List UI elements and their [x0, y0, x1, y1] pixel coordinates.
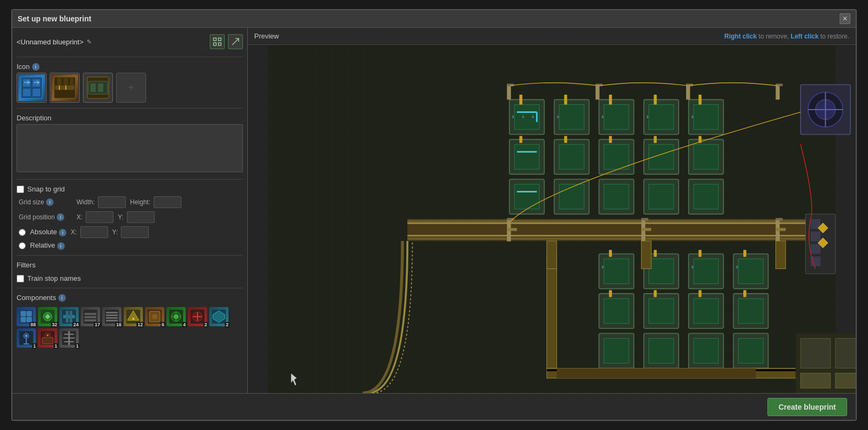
svg-rect-164: [811, 232, 821, 242]
svg-point-64: [47, 334, 49, 336]
svg-rect-148: [738, 339, 764, 364]
grid-height-input[interactable]: [154, 196, 181, 208]
grid-width-input[interactable]: [98, 196, 126, 208]
icon-section-label: Icon i: [17, 63, 243, 71]
svg-rect-100: [649, 184, 674, 209]
components-info[interactable]: i: [58, 294, 66, 302]
snap-to-grid-checkbox[interactable]: [17, 186, 24, 193]
toolbar-icons: [210, 34, 243, 49]
svg-rect-152: [743, 250, 747, 257]
component-6-count: 12: [136, 322, 144, 327]
svg-rect-7: [23, 89, 31, 96]
component-11[interactable]: 1: [17, 328, 36, 348]
left-click-text: Left click: [791, 33, 819, 40]
grid-size-info[interactable]: i: [46, 198, 54, 206]
absolute-info[interactable]: i: [59, 229, 66, 236]
svg-rect-149: [609, 250, 612, 257]
divider-2: [17, 108, 243, 109]
absolute-y-input[interactable]: [121, 226, 149, 238]
svg-rect-36: [106, 312, 118, 313]
divider-3: [17, 179, 243, 180]
snap-to-grid-row: Snap to grid: [17, 185, 243, 193]
icon-info[interactable]: i: [32, 63, 40, 71]
edit-name-icon[interactable]: ✎: [87, 39, 92, 45]
component-1[interactable]: 88: [17, 307, 36, 326]
svg-rect-33: [85, 316, 96, 318]
icon-slot-3[interactable]: [83, 73, 113, 103]
component-3[interactable]: 24: [59, 307, 79, 326]
component-13[interactable]: 1: [59, 328, 79, 348]
svg-rect-111: [698, 95, 702, 105]
icon-slot-4[interactable]: +: [116, 73, 146, 103]
component-9-icon: 2: [188, 307, 207, 326]
export-icon-button[interactable]: [228, 34, 243, 49]
svg-rect-80: [514, 144, 539, 170]
svg-rect-18: [90, 83, 96, 92]
svg-text:›: ›: [646, 112, 649, 120]
svg-rect-1: [218, 38, 221, 41]
svg-rect-174: [801, 339, 831, 368]
component-4[interactable]: 17: [81, 307, 100, 326]
component-2-icon: 32: [38, 307, 57, 326]
svg-rect-37: [106, 314, 118, 316]
svg-rect-29: [66, 311, 68, 322]
svg-rect-153: [609, 290, 612, 297]
svg-point-41: [132, 318, 134, 320]
icon-slot-2[interactable]: [50, 73, 80, 103]
svg-rect-34: [85, 319, 96, 321]
snap-section: Snap to grid Grid size i Width: Height:: [17, 185, 243, 250]
svg-rect-104: [694, 144, 719, 170]
component-6-icon: 12: [124, 307, 143, 326]
component-10-icon: 2: [209, 307, 229, 326]
svg-rect-3: [218, 43, 221, 45]
create-blueprint-button[interactable]: Create blueprint: [767, 398, 847, 416]
svg-rect-128: [604, 298, 629, 324]
filters-label: Filters: [17, 261, 243, 269]
svg-rect-62: [42, 337, 53, 344]
svg-rect-94: [604, 184, 629, 209]
train-stop-checkbox[interactable]: [17, 275, 24, 282]
svg-rect-102: [694, 105, 719, 130]
component-5-icon: 16: [102, 307, 121, 326]
svg-text:›: ›: [601, 112, 604, 120]
svg-rect-90: [604, 105, 629, 130]
svg-rect-8: [33, 89, 40, 96]
component-12[interactable]: 1: [38, 328, 57, 348]
component-2[interactable]: 32: [38, 307, 57, 326]
svg-rect-146: [738, 298, 764, 324]
hint-left-text: to restore.: [820, 33, 849, 40]
component-8[interactable]: 4: [166, 307, 186, 326]
radio-section: Absolute i X: Y:: [17, 226, 243, 250]
svg-rect-19: [98, 83, 103, 92]
grid-pos-info[interactable]: i: [57, 213, 64, 221]
component-6[interactable]: 12: [124, 307, 143, 326]
absolute-x-input[interactable]: [80, 226, 108, 238]
svg-rect-138: [694, 259, 719, 284]
component-7[interactable]: 6: [145, 307, 164, 326]
grid-icon-button[interactable]: [210, 34, 225, 49]
component-12-count: 1: [54, 343, 58, 349]
icon-slot-1[interactable]: [17, 73, 47, 103]
svg-rect-126: [604, 259, 629, 284]
svg-rect-175: [835, 339, 856, 368]
relative-info[interactable]: i: [57, 242, 65, 250]
absolute-radio[interactable]: [19, 229, 26, 236]
svg-rect-176: [801, 373, 831, 388]
svg-rect-150: [654, 250, 657, 257]
svg-rect-74: [407, 237, 816, 240]
description-input[interactable]: [17, 124, 243, 172]
component-9[interactable]: 2: [188, 307, 207, 326]
relative-radio[interactable]: [19, 242, 26, 249]
svg-rect-30: [70, 311, 72, 322]
close-button[interactable]: ✕: [840, 13, 850, 24]
component-4-count: 17: [94, 322, 101, 327]
svg-rect-96: [649, 105, 674, 130]
component-10[interactable]: 2: [209, 307, 229, 326]
component-5[interactable]: 16: [102, 307, 121, 326]
grid-x-input[interactable]: [86, 211, 113, 223]
svg-rect-78: [514, 105, 539, 130]
absolute-label: Absolute i: [30, 228, 66, 236]
title-bar: Set up new blueprint ✕: [12, 10, 856, 28]
grid-y-input[interactable]: [127, 211, 155, 223]
components-section: Components i: [17, 294, 243, 348]
